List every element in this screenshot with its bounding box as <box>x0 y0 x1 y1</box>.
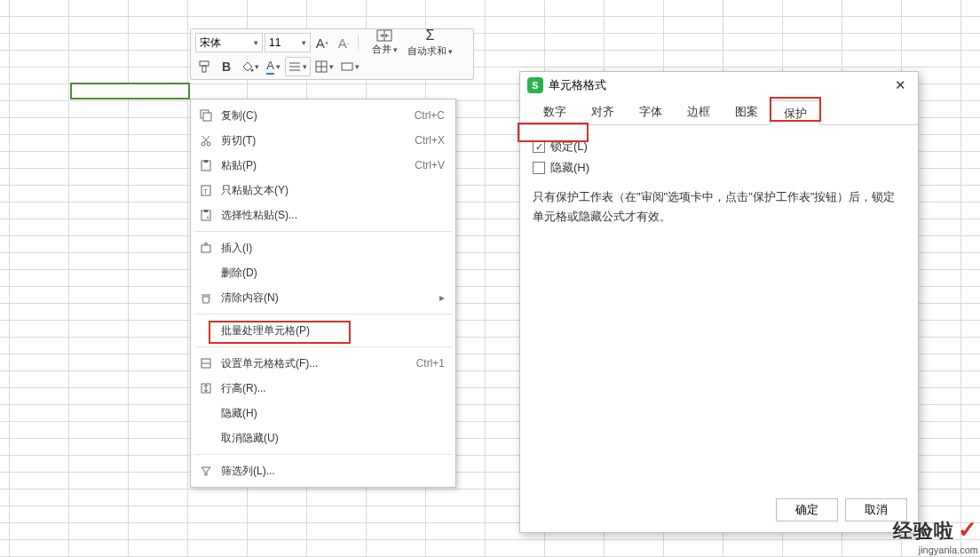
svg-rect-19 <box>204 160 208 163</box>
font-size: 11 <box>269 36 281 49</box>
menu-filter[interactable]: 筛选列(L)... <box>191 458 455 483</box>
border-button[interactable]: ▾ <box>312 57 336 76</box>
cell-style-button[interactable]: ▾ <box>338 57 362 76</box>
insert-icon <box>198 240 214 256</box>
format-painter-button[interactable] <box>195 57 215 76</box>
lock-checkbox[interactable] <box>533 140 545 153</box>
paint-bucket-icon <box>241 60 255 74</box>
selected-cell[interactable] <box>70 83 190 99</box>
context-menu: 复制(C) Ctrl+C 剪切(T) Ctrl+X 粘贴(P) Ctrl+V T… <box>190 99 456 488</box>
tab-protect[interactable]: 保护 <box>771 100 820 125</box>
paste-special-icon: ▪ <box>198 207 214 223</box>
svg-rect-11 <box>342 63 352 70</box>
lock-label: 锁定(L) <box>550 139 588 155</box>
merge-cells-icon <box>376 29 392 42</box>
dialog-body: 锁定(L) 隐藏(H) 只有保护工作表（在"审阅"选项卡中，点击"保护工作表"按… <box>520 125 918 489</box>
merge-button[interactable]: 合并▾ <box>363 29 406 56</box>
menu-hide[interactable]: 隐藏(H) <box>191 401 455 426</box>
copy-icon <box>198 107 214 123</box>
tab-font[interactable]: 字体 <box>627 99 675 124</box>
menu-paste-special[interactable]: ▪ 选择性粘贴(S)... <box>191 203 455 227</box>
dialog-tabs: 数字 对齐 字体 边框 图案 保护 <box>520 99 918 125</box>
tab-align[interactable]: 对齐 <box>579 99 627 124</box>
cell-icon <box>341 60 353 73</box>
font-name: 宋体 <box>200 36 221 51</box>
svg-point-14 <box>202 142 205 146</box>
decrease-font-button[interactable]: A- <box>334 33 353 52</box>
font-color-button[interactable]: A▾ <box>264 57 283 76</box>
font-size-select[interactable]: 11 ▾ <box>265 33 311 52</box>
sigma-icon: Σ <box>426 28 435 44</box>
row-height-icon <box>198 380 214 396</box>
tab-pattern[interactable]: 图案 <box>723 99 771 124</box>
mini-toolbar: 宋体 ▾ 11 ▾ A+ A- 合并▾ Σ 自动求和▾ B ▾ A▾ <box>190 28 474 80</box>
increase-font-button[interactable]: A+ <box>312 33 332 52</box>
chevron-down-icon: ▾ <box>254 38 258 47</box>
svg-text:T: T <box>203 187 208 195</box>
menu-clear[interactable]: 清除内容(N) ▸ <box>191 285 455 310</box>
menu-copy[interactable]: 复制(C) Ctrl+C <box>191 103 455 128</box>
menu-paste-text[interactable]: T 只粘贴文本(Y) <box>191 178 455 203</box>
align-icon <box>288 61 301 72</box>
paste-text-icon: T <box>198 182 214 198</box>
protect-note: 只有保护工作表（在"审阅"选项卡中，点击"保护工作表"按钮）后，锁定单元格或隐藏… <box>533 187 905 227</box>
close-button[interactable]: ✕ <box>889 75 911 96</box>
menu-delete[interactable]: 删除(D) <box>191 260 455 285</box>
svg-rect-13 <box>203 113 211 121</box>
menu-row-height[interactable]: 行高(R)... <box>191 376 455 401</box>
font-select[interactable]: 宋体 ▾ <box>195 33 263 52</box>
paste-icon <box>198 157 214 173</box>
dialog-title: 单元格格式 <box>549 77 606 93</box>
svg-rect-23 <box>204 210 208 212</box>
watermark: 经验啦✓ jingyanla.com <box>893 516 978 555</box>
menu-unhide[interactable]: 取消隐藏(U) <box>191 426 455 450</box>
svg-point-4 <box>251 68 254 71</box>
menu-batch[interactable]: 批量处理单元格(P) <box>191 318 455 343</box>
filter-icon <box>198 463 214 479</box>
autosum-button[interactable]: Σ 自动求和▾ <box>407 28 453 58</box>
tab-number[interactable]: 数字 <box>531 99 579 124</box>
ok-button[interactable]: 确定 <box>776 498 838 521</box>
svg-text:▪: ▪ <box>207 214 209 220</box>
hide-checkbox[interactable] <box>533 162 545 174</box>
menu-paste[interactable]: 粘贴(P) Ctrl+V <box>191 153 455 178</box>
check-icon: ✓ <box>958 516 978 543</box>
dialog-titlebar: S 单元格格式 ✕ <box>520 72 918 99</box>
clear-icon <box>198 290 214 306</box>
cell-format-icon <box>198 355 214 371</box>
tab-border[interactable]: 边框 <box>675 99 723 124</box>
menu-insert[interactable]: 插入(I) <box>191 235 455 260</box>
svg-rect-3 <box>202 66 206 72</box>
hide-label: 隐藏(H) <box>550 160 589 176</box>
svg-rect-2 <box>200 61 209 66</box>
format-painter-icon <box>198 60 212 74</box>
cell-format-dialog: S 单元格格式 ✕ 数字 对齐 字体 边框 图案 保护 锁定(L) 隐藏(H) … <box>519 71 919 533</box>
fill-color-button[interactable]: ▾ <box>238 57 262 76</box>
cut-icon <box>198 132 214 148</box>
menu-cell-format[interactable]: 设置单元格格式(F)... Ctrl+1 <box>191 351 455 376</box>
border-icon <box>315 60 328 73</box>
chevron-down-icon: ▾ <box>302 38 306 47</box>
svg-rect-25 <box>202 245 210 252</box>
align-button[interactable]: ▾ <box>285 57 311 76</box>
menu-cut[interactable]: 剪切(T) Ctrl+X <box>191 128 455 153</box>
chevron-right-icon: ▸ <box>439 291 445 304</box>
dialog-footer: 确定 取消 <box>520 489 918 532</box>
bold-button[interactable]: B <box>217 57 236 76</box>
svg-point-15 <box>207 142 210 146</box>
wps-logo-icon: S <box>527 77 543 93</box>
